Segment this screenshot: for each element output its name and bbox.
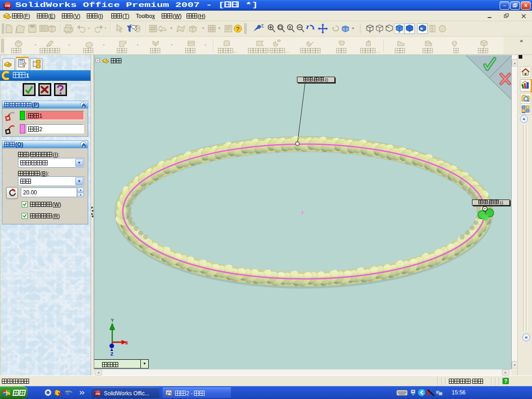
- svg-text:?: ?: [289, 25, 291, 30]
- svg-text:?: ?: [236, 25, 240, 32]
- svg-text:Y: Y: [111, 318, 114, 323]
- svg-text:Z: Z: [110, 351, 114, 357]
- svg-text:SW: SW: [96, 392, 100, 395]
- svg-text:SW: SW: [5, 4, 11, 8]
- svg-text:X: X: [125, 340, 128, 346]
- svg-text:e: e: [66, 389, 70, 396]
